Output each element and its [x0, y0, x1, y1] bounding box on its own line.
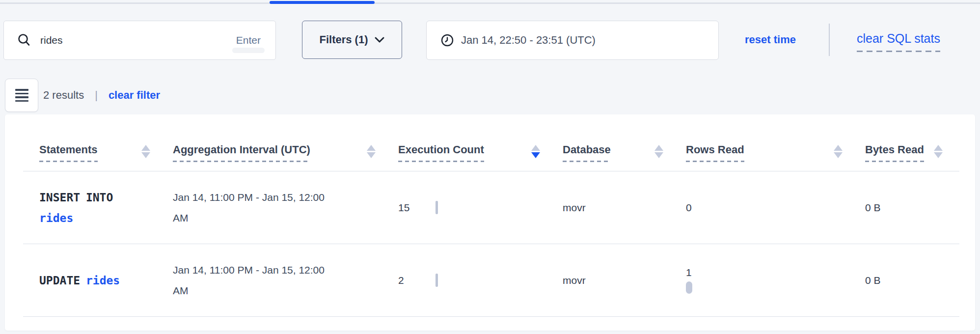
- column-header-label[interactable]: Rows Read: [686, 144, 744, 162]
- column-header-statements[interactable]: Statements: [39, 144, 173, 171]
- sort-icon[interactable]: [654, 145, 663, 158]
- rows-read-bar: [686, 281, 692, 294]
- search-enter-hint: Enter: [234, 34, 263, 46]
- rows-read-cell: 0: [686, 202, 865, 214]
- database-cell: movr: [563, 202, 686, 214]
- column-header-database[interactable]: Database: [563, 144, 686, 171]
- database-cell: movr: [563, 275, 686, 286]
- statements-table-card: Statements Aggregation Interval (UTC) Ex…: [5, 114, 975, 331]
- column-header-rows-read[interactable]: Rows Read: [686, 144, 865, 171]
- chevron-down-icon: [374, 36, 385, 43]
- execution-count-value: 15: [398, 202, 436, 214]
- rows-read-cell: 1: [686, 267, 865, 294]
- column-header-aggregation-interval[interactable]: Aggregation Interval (UTC): [173, 144, 398, 171]
- column-header-bytes-read[interactable]: Bytes Read: [865, 144, 965, 171]
- table-row: UPDATE rides Jan 14, 11:00 PM - Jan 15, …: [5, 244, 975, 316]
- sort-icon[interactable]: [834, 145, 843, 158]
- execution-count-cell: 2: [398, 274, 563, 287]
- table-row: INSERT INTO rides Jan 14, 11:00 PM - Jan…: [5, 171, 975, 244]
- filters-button-label: Filters (1): [319, 33, 368, 46]
- rows-read-value: 0: [686, 202, 692, 214]
- statement-link[interactable]: rides: [39, 212, 73, 224]
- table-header-row: Statements Aggregation Interval (UTC) Ex…: [5, 114, 975, 171]
- sort-icon[interactable]: [934, 145, 943, 158]
- reset-time-link[interactable]: reset time: [745, 33, 796, 46]
- search-icon: [17, 33, 31, 48]
- execution-count-bar: [436, 201, 438, 214]
- statement-link[interactable]: rides: [86, 274, 120, 287]
- row-divider: [23, 316, 959, 317]
- clear-sql-stats-link[interactable]: clear SQL stats: [857, 31, 940, 52]
- results-bar: 2 results | clear filter: [43, 79, 160, 112]
- active-tab-indicator: [270, 1, 375, 4]
- sort-icon-active-desc[interactable]: [531, 145, 540, 158]
- bytes-read-cell: 0 B: [865, 275, 965, 286]
- execution-count-bar: [436, 274, 438, 287]
- rows-read-value: 1: [686, 267, 692, 278]
- toolbar-divider: [829, 24, 830, 56]
- statement-keyword: INSERT INTO: [39, 191, 113, 204]
- column-header-label[interactable]: Execution Count: [398, 144, 484, 162]
- sort-icon[interactable]: [367, 145, 376, 158]
- clear-filter-link[interactable]: clear filter: [109, 89, 160, 102]
- column-header-label[interactable]: Database: [563, 144, 611, 162]
- aggregation-interval-cell: Jan 14, 11:00 PM - Jan 15, 12:00 AM: [173, 260, 330, 301]
- execution-count-value: 2: [398, 275, 436, 286]
- execution-count-cell: 15: [398, 201, 563, 214]
- statement-cell: INSERT INTO rides: [39, 187, 130, 228]
- statement-keyword: UPDATE: [39, 274, 80, 287]
- time-range-value: Jan 14, 22:50 - 23:51 (UTC): [461, 34, 596, 47]
- column-header-execution-count[interactable]: Execution Count: [398, 144, 563, 171]
- statement-cell: UPDATE rides: [39, 270, 130, 291]
- list-menu-icon: [15, 89, 28, 102]
- search-input-value[interactable]: rides: [40, 34, 234, 46]
- results-separator: |: [95, 89, 98, 102]
- time-range-picker[interactable]: Jan 14, 22:50 - 23:51 (UTC): [426, 21, 719, 60]
- bytes-read-cell: 0 B: [865, 202, 965, 214]
- column-header-label[interactable]: Statements: [39, 144, 98, 162]
- filters-button[interactable]: Filters (1): [302, 21, 402, 59]
- column-selector-button[interactable]: [5, 79, 38, 112]
- search-input[interactable]: rides Enter: [3, 21, 276, 60]
- column-header-label[interactable]: Aggregation Interval (UTC): [173, 144, 310, 162]
- column-header-label[interactable]: Bytes Read: [865, 144, 924, 162]
- clock-icon: [440, 33, 454, 47]
- tab-bar-underline: [0, 0, 980, 4]
- sort-icon[interactable]: [141, 145, 150, 158]
- aggregation-interval-cell: Jan 14, 11:00 PM - Jan 15, 12:00 AM: [173, 187, 330, 228]
- results-count: 2 results: [43, 89, 84, 102]
